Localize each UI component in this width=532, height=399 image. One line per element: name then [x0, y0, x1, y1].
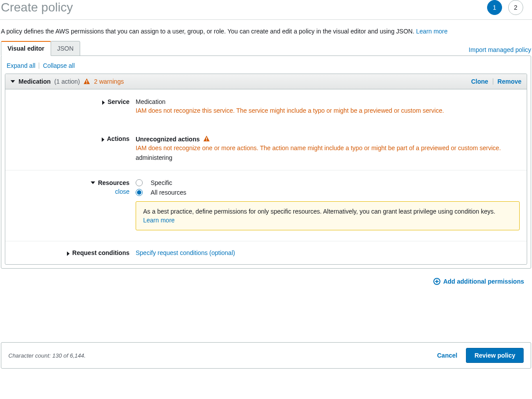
- resources-radio-specific[interactable]: [136, 179, 143, 186]
- remove-link[interactable]: Remove: [498, 78, 521, 85]
- editor-tabs: Visual editor JSON: [1, 41, 80, 56]
- service-panel: Medication (1 action) 2 warnings Clone R…: [5, 74, 527, 265]
- add-additional-permissions-label: Add additional permissions: [443, 278, 524, 285]
- expand-collapse-toolbar: Expand all Collapse all: [1, 56, 531, 74]
- caret-right-icon[interactable]: [102, 137, 104, 142]
- tab-json[interactable]: JSON: [51, 41, 80, 56]
- conditions-section: Request conditions Specify request condi…: [5, 241, 527, 264]
- actions-section: Actions Unrecognized actions IAM does no…: [5, 123, 527, 170]
- resources-label: Resources: [98, 179, 129, 186]
- caret-down-icon[interactable]: [91, 181, 95, 184]
- tab-visual-editor[interactable]: Visual editor: [1, 41, 51, 56]
- learn-more-link[interactable]: Learn more: [416, 28, 448, 35]
- actions-label: Actions: [107, 135, 129, 142]
- resources-close-link[interactable]: close: [115, 188, 129, 195]
- resources-info-box: As a best practice, define permissions f…: [136, 201, 520, 230]
- panel-service-name: Medication: [18, 78, 51, 85]
- warning-icon: [83, 78, 90, 85]
- clone-link[interactable]: Clone: [471, 78, 488, 85]
- svg-rect-1: [87, 83, 88, 84]
- service-section: Service Medication IAM does not recogniz…: [5, 89, 527, 123]
- policy-editor: Expand all Collapse all Medication (1 ac…: [1, 55, 531, 269]
- step-1[interactable]: 1: [487, 0, 502, 15]
- conditions-label: Request conditions: [72, 249, 129, 256]
- caret-down-icon: [11, 80, 15, 83]
- expand-all-link[interactable]: Expand all: [7, 62, 35, 69]
- caret-right-icon[interactable]: [102, 100, 105, 105]
- service-name-value: Medication: [136, 98, 520, 105]
- footer-bar: Character count: 130 of 6,144. Cancel Re…: [1, 342, 531, 369]
- conditions-specify-link[interactable]: Specify request conditions (optional): [136, 249, 235, 256]
- resources-section: Resources close Specific All resources: [5, 170, 527, 241]
- resources-learn-more-link[interactable]: Learn more: [143, 217, 175, 224]
- resources-all-label: All resources: [151, 189, 186, 196]
- caret-right-icon[interactable]: [67, 251, 70, 256]
- actions-warning-text: IAM does not recognize one or more actio…: [136, 144, 520, 151]
- svg-rect-0: [87, 80, 88, 82]
- service-label: Service: [107, 98, 129, 105]
- import-managed-policy-link[interactable]: Import managed policy: [469, 46, 531, 56]
- add-additional-permissions-button[interactable]: Add additional permissions: [433, 278, 524, 285]
- divider-icon: [39, 63, 39, 69]
- resources-specific-label: Specific: [151, 179, 172, 186]
- warnings-link[interactable]: 2 warnings: [94, 78, 124, 85]
- intro-text: A policy defines the AWS permissions tha…: [0, 20, 532, 41]
- panel-action-count: (1 action): [54, 78, 80, 85]
- review-policy-button[interactable]: Review policy: [466, 348, 524, 363]
- wizard-steps: 1 2: [487, 0, 531, 15]
- resources-radio-all[interactable]: [136, 189, 143, 196]
- cancel-button[interactable]: Cancel: [437, 352, 457, 359]
- step-2[interactable]: 2: [508, 0, 523, 15]
- svg-rect-3: [207, 140, 207, 141]
- collapse-all-link[interactable]: Collapse all: [43, 62, 74, 69]
- warning-icon: [203, 135, 210, 142]
- svg-rect-2: [207, 137, 207, 140]
- character-count: Character count: 130 of 6,144.: [8, 352, 86, 359]
- intro-body: A policy defines the AWS permissions tha…: [1, 28, 416, 35]
- resources-info-text: As a best practice, define permissions f…: [143, 208, 495, 215]
- page-title: Create policy: [1, 0, 73, 15]
- service-panel-header[interactable]: Medication (1 action) 2 warnings Clone R…: [5, 74, 527, 89]
- actions-value: administering: [136, 154, 520, 161]
- divider-icon: [493, 78, 493, 85]
- service-warning-text: IAM does not recognize this service. The…: [136, 107, 520, 114]
- plus-icon: [433, 278, 440, 285]
- actions-heading: Unrecognized actions: [136, 136, 200, 143]
